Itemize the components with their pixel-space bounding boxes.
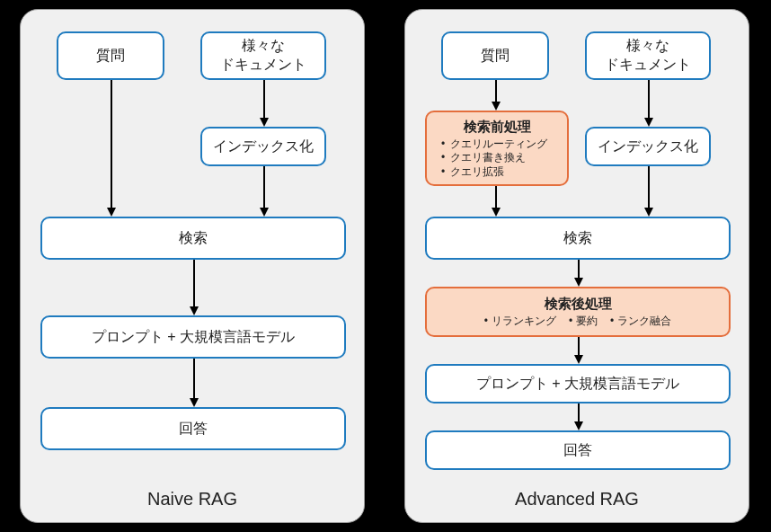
adv-indexing-label: インデックス化: [598, 137, 698, 156]
adv-post-list: リランキング 要約 ランク融合: [484, 315, 672, 329]
naive-answer-label: 回答: [179, 420, 208, 439]
adv-pre-item: クエリルーティング: [441, 137, 558, 152]
adv-post-title: 検索後処理: [545, 295, 612, 313]
naive-documents-box: 様々な ドキュメント: [200, 31, 326, 80]
adv-prompt-llm-box: プロンプト + 大規模言語モデル: [425, 364, 731, 403]
arrow-icon: [648, 166, 650, 217]
svg-marker-13: [492, 208, 501, 217]
svg-marker-17: [644, 208, 653, 217]
adv-answer-label: 回答: [563, 441, 592, 460]
arrow-icon: [193, 260, 195, 315]
arrow-icon: [111, 80, 112, 217]
adv-post-item: リランキング: [484, 315, 556, 329]
naive-answer-box: 回答: [40, 407, 346, 450]
adv-pre-list: クエリルーティング クエリ書き換え クエリ拡張: [436, 137, 558, 180]
advanced-panel: 質問 様々な ドキュメント 検索前処理 クエリルーティング クエリ書き換え クエ…: [404, 9, 749, 523]
naive-question-box: 質問: [57, 31, 164, 80]
naive-question-label: 質問: [96, 47, 125, 66]
naive-retrieval-label: 検索: [179, 229, 208, 248]
adv-documents-box: 様々な ドキュメント: [585, 31, 711, 80]
arrow-icon: [263, 166, 265, 217]
svg-marker-21: [574, 355, 583, 364]
adv-documents-label: 様々な ドキュメント: [605, 37, 691, 75]
naive-documents-label: 様々な ドキュメント: [220, 37, 306, 75]
adv-pre-item: クエリ書き換え: [441, 151, 558, 165]
svg-marker-5: [260, 208, 269, 217]
adv-pre-retrieval-box: 検索前処理 クエリルーティング クエリ書き換え クエリ拡張: [425, 111, 569, 186]
svg-marker-19: [574, 278, 583, 287]
arrow-icon: [263, 80, 265, 127]
adv-indexing-box: インデックス化: [585, 127, 711, 166]
arrow-icon: [578, 403, 580, 430]
naive-prompt-llm-label: プロンプト + 大規模言語モデル: [92, 328, 295, 347]
adv-question-box: 質問: [441, 31, 549, 80]
svg-marker-15: [644, 118, 653, 127]
adv-post-retrieval-box: 検索後処理 リランキング 要約 ランク融合: [425, 287, 731, 337]
svg-marker-9: [190, 398, 199, 407]
adv-question-label: 質問: [481, 47, 510, 66]
adv-answer-box: 回答: [425, 430, 731, 470]
arrow-icon: [578, 260, 580, 287]
adv-pre-title: 検索前処理: [464, 118, 531, 136]
arrow-icon: [193, 359, 195, 407]
svg-marker-11: [492, 102, 501, 111]
naive-prompt-llm-box: プロンプト + 大規模言語モデル: [40, 315, 346, 359]
svg-marker-23: [574, 421, 583, 430]
arrow-icon: [578, 337, 580, 364]
svg-marker-3: [260, 118, 269, 127]
arrow-icon: [495, 80, 497, 111]
adv-post-item: 要約: [569, 315, 598, 329]
arrow-icon: [495, 186, 497, 217]
adv-pre-item: クエリ拡張: [441, 165, 558, 180]
naive-indexing-box: インデックス化: [200, 127, 326, 166]
naive-title: Naive RAG: [21, 489, 364, 510]
adv-post-item: ランク融合: [610, 315, 671, 329]
svg-marker-1: [107, 208, 116, 217]
naive-indexing-label: インデックス化: [213, 137, 314, 156]
arrow-icon: [648, 80, 650, 127]
advanced-title: Advanced RAG: [405, 489, 749, 510]
naive-panel: 質問 様々な ドキュメント インデックス化 検索 プロンプト + 大規模言語モデ…: [20, 9, 365, 523]
svg-marker-7: [190, 306, 199, 315]
adv-prompt-llm-label: プロンプト + 大規模言語モデル: [476, 375, 679, 394]
adv-retrieval-box: 検索: [425, 217, 731, 260]
adv-retrieval-label: 検索: [563, 229, 592, 248]
naive-retrieval-box: 検索: [40, 217, 346, 260]
